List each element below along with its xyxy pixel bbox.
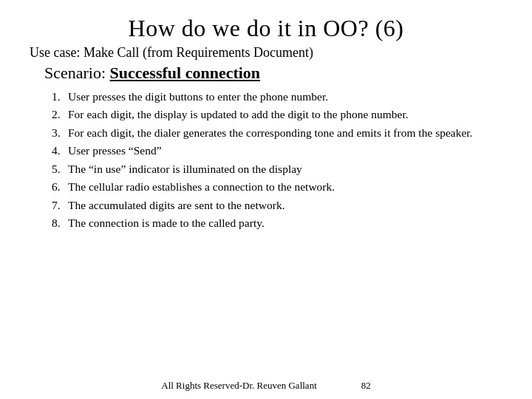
list-item: 4.User presses “Send” (52, 143, 502, 159)
list-number: 1. (52, 89, 68, 105)
list-number: 7. (52, 197, 68, 214)
footer: All Rights Reserved-Dr. Reuven Gallant 8… (0, 380, 532, 392)
footer-page: 82 (361, 380, 371, 392)
list-text: The connection is made to the called par… (68, 215, 502, 231)
list-number: 8. (52, 215, 68, 231)
list-text: The “in use” indicator is illuminated on… (68, 161, 502, 177)
list-item: 1.User presses the digit buttons to ente… (52, 89, 502, 105)
list-item: 2.For each digit, the display is updated… (52, 106, 502, 123)
list-text: User presses the digit buttons to enter … (68, 89, 502, 105)
main-title: How do we do it in OO? (6) (30, 15, 502, 42)
list-text: User presses “Send” (68, 143, 502, 159)
list-text: The cellular radio establishes a connect… (68, 179, 502, 195)
list-item: 3.For each digit, the dialer generates t… (52, 125, 502, 141)
list-number: 6. (52, 179, 68, 195)
slide: How do we do it in OO? (6) Use case: Mak… (0, 0, 532, 399)
content-list: 1.User presses the digit buttons to ente… (52, 89, 502, 233)
list-item: 7.The accumulated digits are sent to the… (52, 197, 502, 214)
list-number: 4. (52, 143, 68, 159)
list-number: 3. (52, 125, 68, 141)
list-text: For each digit, the dialer generates the… (68, 125, 502, 141)
list-text: The accumulated digits are sent to the n… (68, 197, 502, 214)
scenario-label: Scenario: (44, 64, 110, 82)
list-item: 6.The cellular radio establishes a conne… (52, 179, 502, 195)
scenario-value: Successful connection (110, 64, 261, 82)
list-number: 5. (52, 161, 68, 177)
footer-credit: All Rights Reserved-Dr. Reuven Gallant (161, 380, 317, 392)
subtitle: Use case: Make Call (from Requirements D… (30, 45, 313, 61)
list-item: 8.The connection is made to the called p… (52, 215, 502, 231)
list-number: 2. (52, 106, 68, 123)
scenario-line: Scenario: Successful connection (44, 64, 260, 83)
list-item: 5.The “in use” indicator is illuminated … (52, 161, 502, 177)
list-text: For each digit, the display is updated t… (68, 106, 502, 123)
